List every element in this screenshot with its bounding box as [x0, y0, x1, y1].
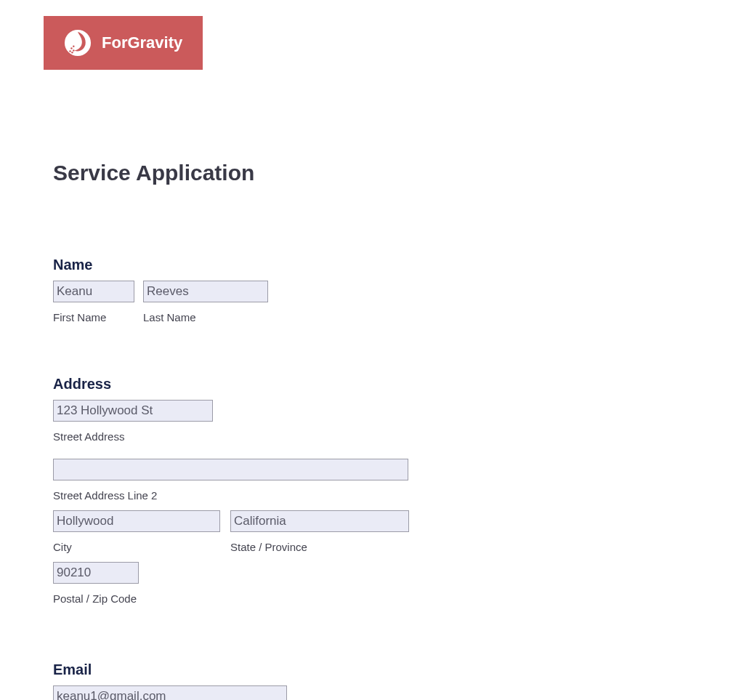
last-name-sublabel: Last Name	[143, 311, 268, 323]
svg-point-0	[65, 30, 91, 56]
svg-point-1	[73, 46, 74, 47]
first-name-field[interactable]	[53, 281, 134, 302]
last-name-field[interactable]	[143, 281, 268, 302]
svg-point-3	[73, 49, 74, 51]
email-field[interactable]	[53, 685, 287, 700]
email-section-label: Email	[53, 661, 489, 678]
state-field[interactable]	[230, 510, 409, 532]
postal-code-sublabel: Postal / Zip Code	[53, 592, 489, 605]
postal-code-field[interactable]	[53, 562, 139, 584]
svg-point-4	[69, 50, 70, 52]
street-address-2-field[interactable]	[53, 459, 408, 480]
brand-banner: ForGravity	[44, 16, 203, 70]
first-name-sublabel: First Name	[53, 311, 134, 323]
street-address-field[interactable]	[53, 400, 213, 422]
city-field[interactable]	[53, 510, 220, 532]
svg-point-2	[70, 47, 72, 49]
street-address-2-sublabel: Street Address Line 2	[53, 489, 489, 502]
svg-point-5	[71, 52, 73, 53]
city-sublabel: City	[53, 541, 220, 553]
brand-name: ForGravity	[102, 33, 182, 52]
brand-logo-icon	[64, 29, 92, 57]
form-content: Service Application Name First Name Last…	[53, 161, 489, 700]
state-sublabel: State / Province	[230, 541, 409, 553]
page-title: Service Application	[53, 161, 489, 185]
street-address-sublabel: Street Address	[53, 430, 489, 443]
name-section-label: Name	[53, 257, 489, 273]
address-section-label: Address	[53, 376, 489, 393]
